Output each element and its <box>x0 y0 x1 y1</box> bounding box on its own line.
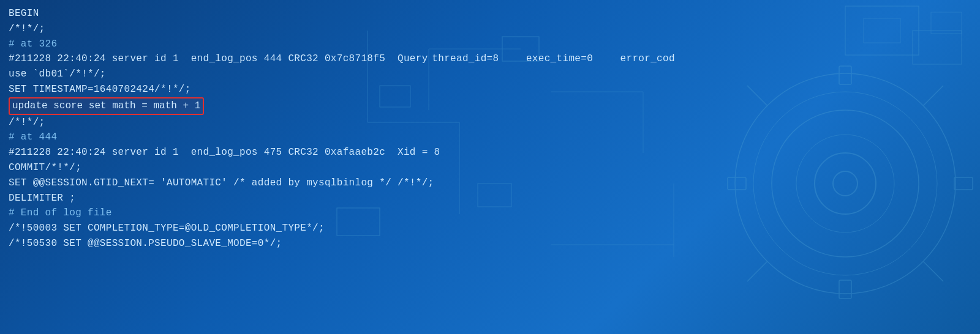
code-line-endlog: # End of log file <box>9 206 971 221</box>
code-text-begin: BEGIN <box>9 6 971 21</box>
code-line-gtid: SET @@SESSION.GTID_NEXT= 'AUTOMATIC' /* … <box>9 176 971 191</box>
code-text-use: use `db01`/*!*/; <box>9 67 971 82</box>
code-line-binlog1: #211228 22:40:24 server id 1 end_log_pos… <box>9 51 971 67</box>
code-line-delimiter: DELIMITER ; <box>9 191 971 206</box>
code-text-commit: COMMIT/*!*/; <box>9 160 971 176</box>
code-line-use: use `db01`/*!*/; <box>9 67 971 82</box>
code-text-binlog2: #211228 22:40:24 server id 1 end_log_pos… <box>9 145 971 160</box>
code-line-begin: BEGIN <box>9 6 971 21</box>
code-text-completion: /*!50003 SET COMPLETION_TYPE=@OLD_COMPLE… <box>9 221 971 236</box>
code-block: BEGIN /*!*/; # at 326 #211228 22:40:24 s… <box>0 0 980 334</box>
code-text-update: update score set math = math + 1 <box>9 97 204 115</box>
code-text-binlog1: #211228 22:40:24 server id 1 end_log_pos… <box>9 51 971 67</box>
code-text-endlog: # End of log file <box>9 206 971 221</box>
code-line-update: update score set math = math + 1 <box>9 97 971 115</box>
code-text-at444: # at 444 <box>9 130 971 145</box>
code-text-slave: /*!50530 SET @@SESSION.PSEUDO_SLAVE_MODE… <box>9 236 971 251</box>
code-text-delimiter: DELIMITER ; <box>9 191 971 206</box>
code-text-comment1: /*!*/; <box>9 21 971 37</box>
code-line-commit: COMMIT/*!*/; <box>9 160 971 176</box>
code-line-at326: # at 326 <box>9 37 971 52</box>
code-line-completion: /*!50003 SET COMPLETION_TYPE=@OLD_COMPLE… <box>9 221 971 236</box>
code-line-comment1: /*!*/; <box>9 21 971 37</box>
code-text-gtid: SET @@SESSION.GTID_NEXT= 'AUTOMATIC' /* … <box>9 176 971 191</box>
code-line-slave: /*!50530 SET @@SESSION.PSEUDO_SLAVE_MODE… <box>9 236 971 251</box>
code-line-timestamp: SET TIMESTAMP=1640702424/*!*/; <box>9 82 971 97</box>
code-line-comment2: /*!*/; <box>9 115 971 130</box>
code-text-at326: # at 326 <box>9 37 971 52</box>
code-line-at444: # at 444 <box>9 130 971 145</box>
code-text-timestamp: SET TIMESTAMP=1640702424/*!*/; <box>9 82 971 97</box>
code-text-comment2: /*!*/; <box>9 115 971 130</box>
code-line-binlog2: #211228 22:40:24 server id 1 end_log_pos… <box>9 145 971 160</box>
